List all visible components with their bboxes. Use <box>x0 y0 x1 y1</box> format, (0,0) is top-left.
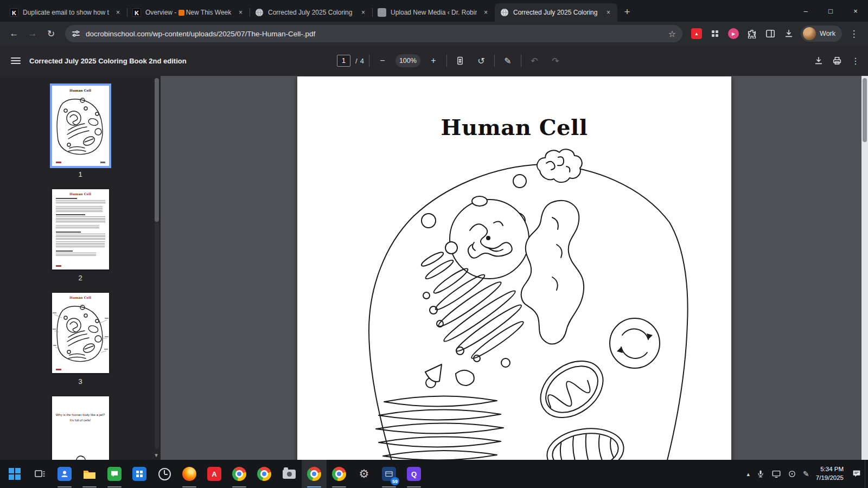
tray-display-icon[interactable] <box>768 460 784 488</box>
tab-duplicate-email[interactable]: K Duplicate email to show how to × <box>4 3 127 22</box>
close-window-button[interactable]: × <box>843 0 868 22</box>
file-explorer-icon[interactable] <box>77 460 102 488</box>
maximize-button[interactable]: □ <box>818 0 843 22</box>
page-number-input[interactable]: 1 <box>337 55 350 67</box>
sidebar-scroll-thumb[interactable] <box>155 78 159 222</box>
thumbnail-label-3: 3 <box>78 377 82 386</box>
thumbnail-list: Human Cell 1 Human Cell <box>0 76 161 460</box>
globe-favicon <box>255 8 264 17</box>
thumbnail-page-2[interactable]: Human Cell <box>52 189 109 269</box>
camera-app-icon[interactable] <box>277 460 302 488</box>
chrome-icon-2[interactable] <box>252 460 277 488</box>
tab-overview[interactable]: K Overview - New This Week: × <box>127 3 250 22</box>
thumbnail-page-1[interactable]: Human Cell <box>52 86 109 166</box>
extension-loom-icon[interactable]: ▶ <box>725 25 742 42</box>
open-app-indicator <box>332 486 346 487</box>
thumb-text-block <box>56 198 78 199</box>
scrollbar-thumb[interactable] <box>863 78 867 142</box>
chrome-icon-1[interactable] <box>227 460 252 488</box>
profile-chip[interactable]: Work <box>801 25 842 42</box>
undo-button[interactable]: ↶ <box>526 53 542 69</box>
pdf-toolbar-left: Corrected July 2025 Coloring Book 2nd ed… <box>0 57 187 65</box>
address-bar[interactable]: docrobinschool.com/wp-content/uploads/20… <box>65 25 682 42</box>
extension-grid-icon[interactable] <box>706 25 724 42</box>
back-button[interactable]: ← <box>5 25 23 42</box>
thumbnail-page-3[interactable]: Human Cell <box>52 293 109 373</box>
vertical-scrollbar[interactable] <box>861 76 868 460</box>
redo-button[interactable]: ↷ <box>547 53 564 69</box>
sidebar-scrollbar[interactable] <box>155 78 159 449</box>
download-icon <box>814 56 824 66</box>
pdf-viewer[interactable]: Human Cell <box>161 76 868 460</box>
tab-upload-media[interactable]: Upload New Media ‹ Dr. Robin' × <box>372 3 495 22</box>
chrome-logo <box>307 467 321 481</box>
settings-app-icon[interactable]: ⚙ <box>352 460 376 488</box>
downloads-icon[interactable] <box>780 25 797 42</box>
adobe-app-icon[interactable]: A <box>202 460 227 488</box>
clock-app-icon[interactable] <box>152 460 177 488</box>
extensions-puzzle-icon[interactable] <box>743 25 761 42</box>
bookmark-star-icon[interactable]: ☆ <box>668 29 676 39</box>
tune-icon[interactable] <box>72 29 80 38</box>
fit-page-button[interactable] <box>452 53 468 69</box>
browser-toolbar: ← → ↻ docrobinschool.com/wp-content/uplo… <box>0 22 868 46</box>
annotate-button[interactable]: ✎ <box>500 53 516 69</box>
reload-button[interactable]: ↻ <box>42 25 60 42</box>
browser-menu-kebab-icon[interactable]: ⋮ <box>845 25 863 42</box>
chrome-window: K Duplicate email to show how to × K Ove… <box>0 0 868 488</box>
tab-close-icon[interactable]: × <box>604 8 613 17</box>
chrome-icon-active[interactable] <box>302 460 327 488</box>
print-button[interactable] <box>829 53 845 69</box>
show-desktop-strip[interactable] <box>865 460 868 488</box>
blue-grid-app-icon[interactable] <box>127 460 152 488</box>
zoom-level[interactable]: 100% <box>395 54 420 67</box>
tray-expand-icon[interactable]: ▴ <box>744 460 754 488</box>
tray-mic-icon[interactable] <box>753 460 768 488</box>
zoom-out-button[interactable]: − <box>374 53 391 69</box>
sidebar-scroll-down-icon[interactable]: ▾ <box>153 452 159 459</box>
tray-pen-icon[interactable]: ✎ <box>800 460 813 488</box>
thumbnail-page-4[interactable]: Why is the human body like a jail? It's … <box>52 396 109 460</box>
tab-close-icon[interactable]: × <box>359 8 368 17</box>
rotate-button[interactable]: ↺ <box>473 53 489 69</box>
thumb-text-block <box>56 241 105 248</box>
purple-q-app-icon[interactable]: Q <box>401 460 426 488</box>
app-with-badge-icon[interactable]: 59 <box>376 460 401 488</box>
tab-coloring-book-1[interactable]: Corrected July 2025 Coloring B × <box>250 3 372 22</box>
chat-app-icon[interactable] <box>52 460 77 488</box>
taskbar-clock[interactable]: 5:34 PM 7/19/2025 <box>816 465 844 482</box>
side-panel-icon[interactable] <box>762 25 779 42</box>
tray-status-icon[interactable] <box>784 460 800 488</box>
start-button[interactable] <box>2 460 27 488</box>
forward-button[interactable]: → <box>24 25 41 42</box>
tab-close-icon[interactable]: × <box>113 8 123 17</box>
thumbnail-label-2: 2 <box>78 274 82 282</box>
keap-favicon: K <box>132 8 141 17</box>
clock-icon <box>158 468 171 480</box>
minimize-button[interactable]: – <box>793 0 818 22</box>
task-view-button[interactable] <box>27 460 52 488</box>
new-tab-button[interactable]: + <box>620 4 635 20</box>
pdf-toolbar: Corrected July 2025 Coloring Book 2nd ed… <box>0 46 868 76</box>
microphone-icon <box>756 469 765 479</box>
tab-close-icon[interactable]: × <box>236 8 245 17</box>
pdf-menu-kebab-icon[interactable]: ⋮ <box>847 53 864 69</box>
zoom-in-button[interactable]: + <box>425 53 442 69</box>
firefox-icon[interactable] <box>177 460 202 488</box>
green-messaging-app-icon[interactable] <box>102 460 127 488</box>
squares-icon <box>136 470 143 478</box>
thumb-cell-drawing <box>52 92 109 158</box>
thumb-text-block <box>56 253 96 257</box>
chrome-icon-3[interactable] <box>327 460 352 488</box>
tab-coloring-book-2-active[interactable]: Corrected July 2025 Coloring B × <box>495 3 617 22</box>
download-button[interactable] <box>810 53 827 69</box>
pdf-page: Human Cell <box>297 76 731 460</box>
joke-line-2: It's full of cells! <box>52 418 109 423</box>
tab-close-icon[interactable]: × <box>481 8 490 17</box>
folder-icon <box>82 467 97 481</box>
menu-hamburger-icon[interactable] <box>11 57 21 64</box>
thumb-footer-mark <box>56 265 61 267</box>
extension-acrobat-icon[interactable]: ▲ <box>688 25 705 42</box>
notification-center-icon[interactable] <box>848 460 865 488</box>
open-app-indicator <box>232 486 246 487</box>
